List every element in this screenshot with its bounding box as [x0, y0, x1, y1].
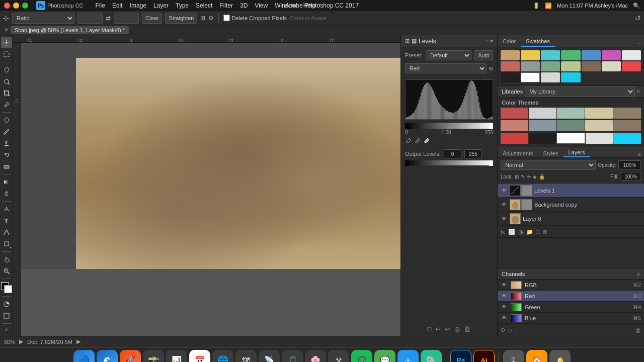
move-tool[interactable] — [1, 37, 12, 48]
path-select-tool[interactable] — [1, 227, 12, 238]
foreground-background-colors[interactable] — [1, 282, 12, 293]
channel-eye-blue[interactable]: 👁 — [501, 315, 508, 322]
clone-stamp-tool[interactable] — [1, 138, 12, 149]
canvas-content[interactable] — [21, 43, 400, 336]
width-input[interactable] — [77, 13, 103, 24]
dock-spotify[interactable]: 🎧 — [351, 350, 372, 363]
menu-layer[interactable]: Layer — [153, 2, 169, 9]
close-button[interactable] — [4, 3, 10, 9]
swatch-15[interactable] — [501, 72, 520, 82]
swatch-12[interactable] — [582, 61, 601, 71]
tab-styles[interactable]: Styles — [538, 149, 564, 157]
channel-new-icon[interactable]: □ — [515, 327, 518, 333]
theme-swatch-3-5[interactable] — [613, 133, 641, 144]
layer-fx-icon[interactable]: fx — [501, 229, 505, 235]
dock-flycut[interactable]: ✈ — [397, 350, 419, 363]
shape-tool[interactable]: ▸ — [1, 238, 12, 249]
reset-icon[interactable]: ↩ — [435, 325, 441, 333]
lock-artboard-icon[interactable]: ◈ — [533, 174, 537, 179]
maximize-button[interactable] — [22, 3, 28, 9]
dock-voice-memos[interactable]: 🎙 — [503, 350, 524, 363]
dock-notification[interactable]: 🔔 — [549, 350, 571, 363]
clip-layer-icon[interactable]: □ — [428, 325, 432, 333]
lock-move-icon[interactable]: ✛ — [527, 174, 531, 179]
status-bar-right-arrow[interactable]: ▶ — [76, 338, 80, 345]
crop-tool[interactable] — [1, 87, 12, 99]
theme-swatch-3-4[interactable] — [586, 133, 613, 144]
history-brush-tool[interactable] — [1, 149, 12, 160]
lock-paint-icon[interactable]: ✎ — [521, 174, 525, 179]
straighten-button[interactable]: Straighten — [165, 13, 197, 24]
swatch-17[interactable] — [541, 72, 560, 82]
swatches-menu-icon[interactable]: ≡ — [638, 41, 641, 47]
layer-adjustment-icon[interactable]: ◑ — [518, 229, 523, 235]
dock-launchpad[interactable]: 🚀 — [120, 350, 141, 363]
theme-swatch-1-2[interactable] — [529, 108, 556, 119]
channel-eye-green[interactable]: 👁 — [501, 304, 508, 311]
theme-swatch-2-2[interactable] — [529, 120, 556, 131]
marquee-tool[interactable] — [1, 49, 12, 60]
swatch-3[interactable] — [541, 50, 560, 60]
hand-tool[interactable] — [1, 254, 12, 265]
panel-collapse-icon[interactable]: ▾ — [491, 38, 493, 44]
channels-menu-icon[interactable]: ≡ — [637, 271, 640, 277]
quick-select-tool[interactable] — [1, 76, 12, 87]
dock-messages[interactable]: 💬 — [374, 350, 395, 363]
menu-filter[interactable]: Filter — [219, 2, 233, 9]
swatch-11[interactable] — [561, 61, 580, 71]
menu-edit[interactable]: Edit — [112, 2, 123, 9]
ratio-select[interactable]: Ratio W x H x Resolution Original Ratio — [12, 13, 74, 24]
layer-mask-icon[interactable]: ⬜ — [508, 229, 515, 235]
blend-mode-select[interactable]: Normal Multiply Screen — [501, 160, 596, 170]
photo-canvas[interactable] — [76, 58, 400, 269]
midpoint-slider[interactable] — [447, 125, 452, 129]
swatch-8[interactable] — [501, 61, 520, 71]
menu-view[interactable]: View — [255, 2, 268, 9]
panel-menu-icon[interactable]: ≡ — [486, 38, 489, 44]
theme-swatch-2-1[interactable] — [501, 120, 528, 131]
dock-photos[interactable]: 📸 — [143, 350, 164, 363]
tab-layers[interactable]: Layers — [564, 148, 590, 157]
layer-bg-copy[interactable]: 👁 Background copy — [498, 198, 644, 212]
output-black-slider[interactable] — [405, 162, 409, 166]
undo-icon[interactable]: ↩ — [445, 325, 450, 333]
pen-tool[interactable] — [1, 204, 12, 215]
dock-xcode[interactable]: ⚒ — [328, 350, 349, 363]
quick-mask-mode[interactable] — [1, 299, 12, 310]
gradient-tool[interactable] — [1, 176, 12, 188]
black-eyedropper-icon[interactable] — [405, 137, 412, 144]
swatch-14[interactable] — [622, 61, 641, 71]
tab-swatches[interactable]: Swatches — [521, 37, 555, 47]
channel-delete-icon[interactable]: 🗑 — [635, 327, 641, 333]
opacity-input[interactable] — [618, 160, 641, 169]
output-black-input[interactable] — [444, 149, 461, 158]
channel-select[interactable]: Red RGB Green Blue — [405, 63, 487, 73]
dock-maps[interactable]: 🗺 — [235, 350, 257, 363]
dock-calendar[interactable]: 📅 — [189, 350, 210, 363]
theme-swatch-1-5[interactable] — [613, 108, 641, 119]
gray-eyedropper-icon[interactable] — [414, 137, 421, 144]
output-white-input[interactable] — [464, 149, 482, 158]
swatch-1[interactable] — [501, 50, 520, 60]
layer-delete-icon[interactable]: 🗑 — [542, 229, 548, 235]
layer-new-icon[interactable]: □ — [536, 229, 540, 235]
reset-icon[interactable]: ↺ — [635, 14, 641, 22]
dock-chrome[interactable]: 🌐 — [212, 350, 233, 363]
layer-group-icon[interactable]: 📁 — [526, 229, 533, 235]
theme-swatch-2-4[interactable] — [585, 120, 613, 131]
screen-mode[interactable] — [1, 310, 12, 321]
channel-rgb[interactable]: 👁 RGB ⌘2 — [498, 280, 644, 291]
library-select[interactable]: My Library — [525, 86, 634, 97]
swatch-4[interactable] — [561, 50, 580, 60]
height-input[interactable] — [114, 13, 139, 24]
zoom-tool[interactable] — [1, 265, 12, 277]
lasso-tool[interactable] — [1, 64, 12, 75]
channel-load-selection-icon[interactable]: ⊙ — [501, 327, 505, 333]
clear-button[interactable]: Clear — [142, 13, 162, 24]
layer-levels1[interactable]: 👁 Levels 1 — [498, 184, 644, 198]
eraser-tool[interactable] — [1, 161, 12, 172]
channel-red[interactable]: 👁 Red ⌘3 — [498, 291, 644, 302]
channel-save-selection-icon[interactable]: □ — [508, 327, 512, 333]
swatch-6[interactable] — [602, 50, 621, 60]
auto-button[interactable]: Auto — [474, 50, 493, 60]
